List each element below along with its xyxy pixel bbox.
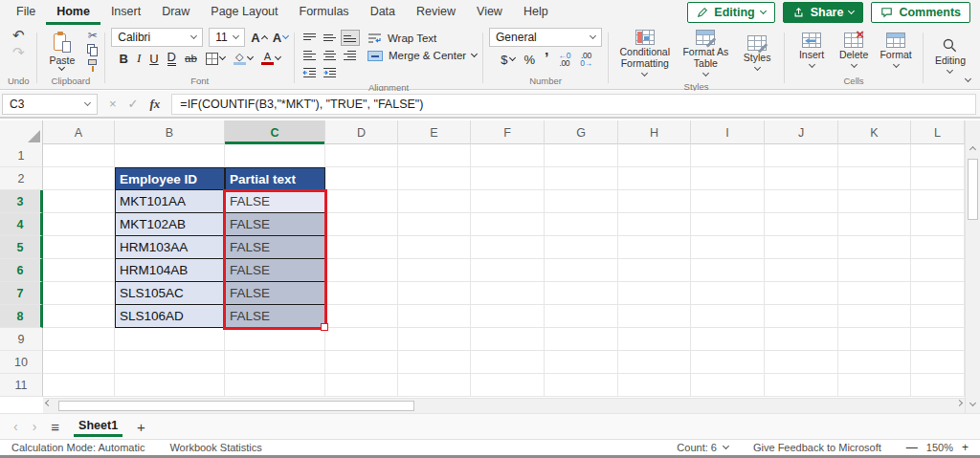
cell-A6[interactable] (43, 259, 115, 282)
cell-F7[interactable] (471, 282, 545, 305)
cell-D8[interactable] (325, 305, 398, 328)
cell-D7[interactable] (325, 282, 398, 305)
cell-L1[interactable] (911, 144, 965, 167)
cell-C9[interactable] (225, 328, 325, 351)
cell-F6[interactable] (471, 259, 545, 282)
font-color-button[interactable]: A (261, 52, 280, 65)
editing-mode-button[interactable]: Editing (687, 2, 774, 23)
cell-A8[interactable] (43, 305, 115, 328)
row-header-5[interactable]: 5 (0, 236, 43, 259)
ribbon-tab-view[interactable]: View (466, 0, 513, 25)
cell-J10[interactable] (765, 351, 838, 374)
row-header-3[interactable]: 3 (0, 190, 43, 213)
column-header-C[interactable]: C (225, 120, 325, 144)
cell-F10[interactable] (471, 351, 545, 374)
percent-button[interactable]: % (524, 53, 536, 67)
cell-E9[interactable] (398, 328, 471, 351)
cell-E7[interactable] (398, 282, 471, 305)
sheet-tab-sheet1[interactable]: Sheet1 (74, 416, 122, 437)
cell-E11[interactable] (398, 374, 471, 397)
cut-icon[interactable]: ✂ (88, 30, 98, 41)
delete-cells-button[interactable]: Delete (833, 31, 875, 71)
vertical-scrollbar[interactable] (965, 120, 980, 413)
cell-L3[interactable] (911, 190, 965, 213)
cell-J1[interactable] (765, 144, 838, 167)
currency-button[interactable]: $ (501, 53, 514, 67)
cell-A1[interactable] (43, 144, 115, 167)
borders-button[interactable] (206, 53, 225, 65)
cell-E6[interactable] (398, 259, 471, 282)
ribbon-tab-review[interactable]: Review (406, 0, 466, 25)
align-right-button[interactable] (341, 47, 360, 63)
wrap-text-button[interactable]: Wrap Text (368, 33, 477, 44)
column-header-L[interactable]: L (911, 120, 965, 144)
insert-cells-button[interactable]: Insert (791, 31, 833, 71)
cell-I1[interactable] (691, 144, 765, 167)
add-sheet-icon[interactable]: + (137, 419, 145, 435)
ribbon-tab-page-layout[interactable]: Page Layout (200, 0, 288, 25)
cell-C10[interactable] (225, 351, 325, 374)
cell-A11[interactable] (43, 374, 115, 397)
cell-K3[interactable] (838, 190, 911, 213)
increase-decimal-button[interactable]: ←0.00 (559, 52, 571, 67)
row-header-1[interactable]: 1 (0, 144, 43, 167)
column-header-A[interactable]: A (43, 120, 115, 144)
cell-J11[interactable] (765, 374, 838, 397)
cell-A3[interactable] (43, 190, 115, 213)
cell-B3[interactable]: MKT101AA (115, 190, 225, 213)
row-header-9[interactable]: 9 (0, 328, 43, 351)
cell-J3[interactable] (765, 190, 838, 213)
align-middle-button[interactable] (321, 30, 340, 46)
cell-I7[interactable] (691, 282, 765, 305)
cell-G6[interactable] (545, 259, 618, 282)
column-header-E[interactable]: E (398, 120, 471, 144)
share-button[interactable]: Share (783, 2, 864, 23)
cell-K9[interactable] (838, 328, 911, 351)
cell-J9[interactable] (765, 328, 838, 351)
cell-L6[interactable] (911, 259, 965, 282)
workbook-statistics-button[interactable]: Workbook Statistics (169, 442, 261, 453)
cell-B7[interactable]: SLS105AC (115, 282, 225, 305)
cell-C8[interactable]: FALSE (225, 305, 325, 328)
number-format-select[interactable]: General (489, 28, 602, 47)
cell-D4[interactable] (325, 213, 398, 236)
cell-F11[interactable] (471, 374, 545, 397)
cell-B10[interactable] (115, 351, 225, 374)
scroll-left-icon[interactable] (45, 400, 52, 406)
cell-J7[interactable] (765, 282, 838, 305)
align-top-button[interactable] (301, 30, 320, 46)
cell-C6[interactable]: FALSE (225, 259, 325, 282)
scroll-up-icon[interactable] (969, 146, 976, 153)
cell-J8[interactable] (765, 305, 838, 328)
cell-E8[interactable] (398, 305, 471, 328)
cell-G5[interactable] (545, 236, 618, 259)
cell-A2[interactable] (43, 167, 115, 190)
cell-K8[interactable] (838, 305, 911, 328)
next-sheet-icon[interactable]: › (33, 420, 37, 433)
cell-G7[interactable] (545, 282, 618, 305)
cell-C4[interactable]: FALSE (225, 213, 325, 236)
cell-B8[interactable]: SLS106AD (115, 305, 225, 328)
align-center-button[interactable] (321, 47, 340, 63)
cell-H5[interactable] (618, 236, 691, 259)
cell-H9[interactable] (618, 328, 691, 351)
ribbon-tab-formulas[interactable]: Formulas (289, 0, 360, 25)
calculation-mode-status[interactable]: Calculation Mode: Automatic (11, 442, 145, 453)
column-header-G[interactable]: G (545, 120, 618, 144)
cell-L10[interactable] (911, 351, 965, 374)
cell-B4[interactable]: MKT102AB (115, 213, 225, 236)
column-header-F[interactable]: F (471, 120, 545, 144)
cell-D5[interactable] (325, 236, 398, 259)
ribbon-tab-file[interactable]: File (6, 0, 46, 25)
shrink-font-button[interactable]: A (273, 31, 288, 45)
cell-H10[interactable] (618, 351, 691, 374)
cell-L9[interactable] (911, 328, 965, 351)
cell-E5[interactable] (398, 236, 471, 259)
cell-E1[interactable] (398, 144, 471, 167)
column-header-B[interactable]: B (115, 120, 225, 144)
cell-G10[interactable] (545, 351, 618, 374)
cell-E10[interactable] (398, 351, 471, 374)
font-family-select[interactable]: Calibri (111, 28, 203, 47)
cancel-icon[interactable]: × (109, 97, 117, 111)
cell-H7[interactable] (618, 282, 691, 305)
